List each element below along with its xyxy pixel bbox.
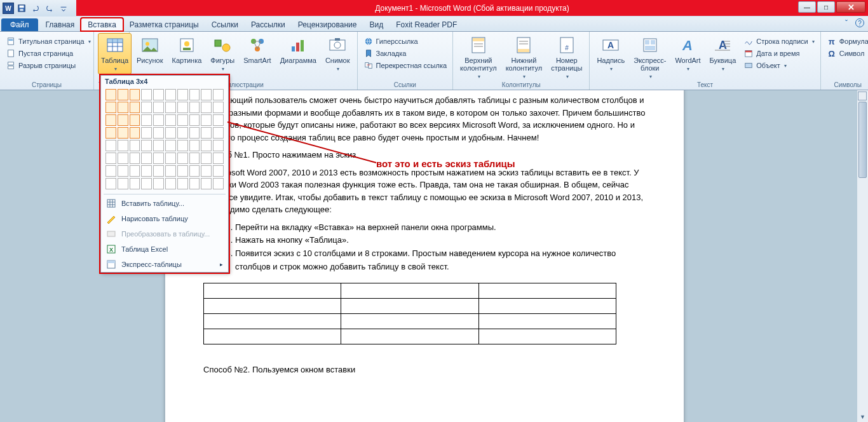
table-grid-cell[interactable] — [141, 178, 152, 189]
table-grid-cell[interactable] — [177, 153, 188, 164]
table-grid-cell[interactable] — [213, 114, 224, 126]
table-grid-cell[interactable] — [153, 165, 164, 177]
table-grid-cell[interactable] — [165, 89, 176, 100]
datetime-button[interactable]: Дата и время — [742, 48, 816, 59]
table-grid-cell[interactable] — [130, 165, 140, 177]
table-grid-cell[interactable] — [141, 89, 152, 100]
table-grid-cell[interactable] — [189, 89, 200, 100]
table-grid-cell[interactable] — [105, 140, 116, 151]
table-grid-cell[interactable] — [177, 165, 188, 177]
close-button[interactable]: ✕ — [836, 1, 865, 13]
table-grid-cell[interactable] — [177, 140, 188, 151]
table-grid-cell[interactable] — [153, 140, 164, 151]
tab-page-layout[interactable]: Разметка страницы — [123, 18, 205, 31]
picture-button[interactable]: Рисунок — [133, 33, 166, 66]
bookmark-button[interactable]: Закладка — [362, 48, 449, 59]
hyperlink-button[interactable]: Гиперссылка — [362, 36, 449, 47]
equation-button[interactable]: πФормула▾ — [825, 36, 868, 47]
table-grid-cell[interactable] — [177, 89, 188, 100]
table-grid-cell[interactable] — [118, 114, 128, 126]
page-break-button[interactable]: Разрыв страницы — [4, 60, 93, 71]
tab-review[interactable]: Рецензирование — [292, 18, 363, 31]
paragraph[interactable]: В Microsoft Word 2007, 2010 и 2013 есть … — [203, 167, 646, 216]
redo-button[interactable] — [43, 2, 56, 15]
clipart-button[interactable]: Картинка — [169, 33, 205, 66]
table-grid-cell[interactable] — [189, 127, 200, 139]
table-grid-cell[interactable] — [201, 153, 212, 164]
list-item[interactable]: Нажать на кнопку «Таблица». — [235, 234, 646, 247]
table-grid-cell[interactable] — [189, 140, 200, 151]
table-grid-cell[interactable] — [201, 127, 212, 139]
help-icon[interactable]: ? — [855, 18, 864, 27]
table-grid-cell[interactable] — [165, 127, 176, 139]
textbox-button[interactable]: AНадпись▾ — [593, 33, 628, 74]
ruler-toggle-button[interactable] — [858, 92, 867, 100]
paragraph[interactable]: начинающий пользователь сможет очень быс… — [203, 94, 646, 144]
paragraph[interactable]: Способ №1. Просто нажимаем на эскиз — [203, 149, 646, 161]
table-grid-cell[interactable] — [165, 153, 176, 164]
quickparts-button[interactable]: Экспресс-блоки▾ — [630, 33, 669, 82]
table-grid-cell[interactable] — [130, 102, 140, 113]
save-button[interactable] — [15, 2, 28, 15]
scroll-down-button[interactable]: ▼ — [857, 412, 868, 422]
minimize-ribbon-icon[interactable]: ˇ — [841, 18, 851, 29]
table-grid-cell[interactable] — [118, 89, 128, 100]
table-grid-cell[interactable] — [118, 153, 128, 164]
table-grid-cell[interactable] — [105, 178, 116, 189]
table-grid-cell[interactable] — [118, 165, 128, 177]
table-grid-cell[interactable] — [165, 165, 176, 177]
table-grid-cell[interactable] — [213, 140, 224, 151]
excel-table-menuitem[interactable]: XТаблица Excel — [101, 242, 228, 257]
table-grid-cell[interactable] — [130, 127, 140, 139]
table-grid-cell[interactable] — [105, 114, 116, 126]
table-grid-cell[interactable] — [105, 153, 116, 164]
file-tab[interactable]: Файл — [1, 18, 38, 31]
table-grid-cell[interactable] — [177, 114, 188, 126]
table-grid-cell[interactable] — [177, 102, 188, 113]
table-grid-cell[interactable] — [118, 178, 128, 189]
table-grid-cell[interactable] — [189, 178, 200, 189]
tab-insert[interactable]: Вставка — [81, 18, 123, 31]
table-grid-cell[interactable] — [105, 165, 116, 177]
tab-view[interactable]: Вид — [363, 18, 390, 31]
symbol-button[interactable]: ΩСимвол▾ — [825, 48, 868, 59]
table-grid-cell[interactable] — [213, 153, 224, 164]
crossref-button[interactable]: Перекрестная ссылка — [362, 60, 449, 71]
header-button[interactable]: Верхний колонтитул ▾ — [457, 33, 500, 82]
table-grid-cell[interactable] — [165, 178, 176, 189]
pagenum-button[interactable]: #Номер страницы ▾ — [548, 33, 585, 82]
table-grid-cell[interactable] — [189, 102, 200, 113]
minimize-button[interactable]: — — [798, 1, 816, 13]
list-item[interactable]: Перейти на вкладку «Вставка» на верхней … — [235, 221, 646, 235]
table-grid-cell[interactable] — [105, 102, 116, 113]
table-grid-cell[interactable] — [141, 114, 152, 126]
undo-button[interactable] — [29, 2, 42, 15]
footer-button[interactable]: Нижний колонтитул ▾ — [503, 33, 546, 82]
qat-customize-dropdown[interactable] — [57, 2, 70, 15]
signature-button[interactable]: Строка подписи▾ — [742, 36, 816, 47]
table-grid-cell[interactable] — [201, 89, 212, 100]
table-grid-cell[interactable] — [130, 140, 140, 151]
table-grid-cell[interactable] — [130, 178, 140, 189]
table-grid-cell[interactable] — [105, 89, 116, 100]
screenshot-button[interactable]: Снимок▾ — [322, 33, 353, 74]
object-button[interactable]: Объект▾ — [742, 60, 816, 71]
wordart-button[interactable]: AWordArt▾ — [672, 33, 703, 74]
table-grid-cell[interactable] — [177, 178, 188, 189]
table-grid-cell[interactable] — [130, 89, 140, 100]
cover-page-button[interactable]: Титульная страница▾ — [4, 36, 93, 47]
table-grid-cell[interactable] — [153, 114, 164, 126]
table-grid-cell[interactable] — [201, 102, 212, 113]
table-grid-cell[interactable] — [213, 178, 224, 189]
smartart-button[interactable]: SmartArt — [240, 33, 274, 66]
tab-references[interactable]: Ссылки — [205, 18, 245, 31]
document-table[interactable] — [203, 283, 616, 344]
list-item[interactable]: Появится эскиз с 10 столбцами и 8 строка… — [235, 247, 646, 274]
table-grid-cell[interactable] — [153, 178, 164, 189]
table-grid-cell[interactable] — [141, 165, 152, 177]
dropcap-button[interactable]: AБуквица▾ — [707, 33, 740, 74]
scroll-thumb[interactable] — [858, 102, 867, 178]
ordered-list[interactable]: Перейти на вкладку «Вставка» на верхней … — [235, 221, 646, 274]
table-grid-cell[interactable] — [118, 102, 128, 113]
table-grid-cell[interactable] — [130, 153, 140, 164]
